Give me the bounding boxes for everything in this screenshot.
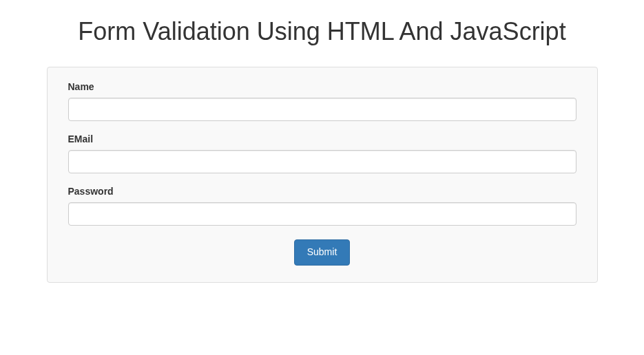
page-title: Form Validation Using HTML And JavaScrip… [47, 17, 598, 46]
submit-button[interactable]: Submit [294, 239, 351, 266]
form-group-email: EMail [68, 133, 577, 173]
email-label: EMail [68, 133, 577, 144]
form-group-name: Name [68, 81, 577, 121]
email-input[interactable] [68, 150, 577, 173]
password-input[interactable] [68, 202, 577, 226]
form-group-password: Password [68, 186, 577, 226]
password-label: Password [68, 186, 577, 197]
submit-row: Submit [68, 239, 577, 266]
name-label: Name [68, 81, 577, 92]
name-input[interactable] [68, 98, 577, 121]
form-panel: Name EMail Password Submit [47, 67, 598, 283]
